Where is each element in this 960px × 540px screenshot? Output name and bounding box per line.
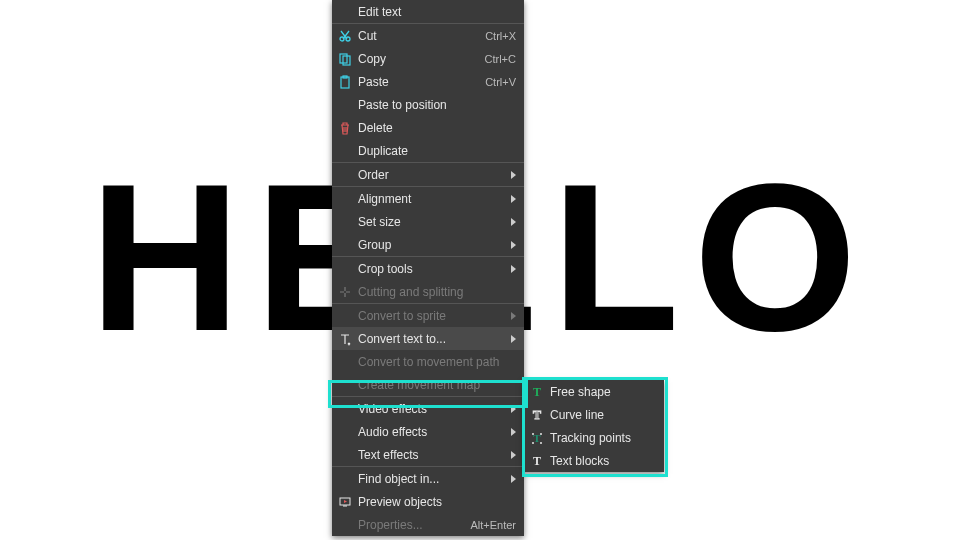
- menu-label: Properties...: [358, 518, 462, 532]
- svg-text:T: T: [533, 454, 541, 468]
- menu-label: Free shape: [550, 385, 656, 399]
- trash-icon: [332, 116, 358, 139]
- submenu-arrow-icon: [511, 475, 516, 483]
- menu-label: Set size: [358, 215, 505, 229]
- menu-label: Copy: [358, 52, 477, 66]
- menu-label: Edit text: [358, 5, 516, 19]
- menu-paste[interactable]: Paste Ctrl+V: [332, 70, 524, 93]
- blank-icon: [332, 187, 358, 210]
- submenu-arrow-icon: [511, 335, 516, 343]
- svg-rect-4: [341, 77, 349, 88]
- menu-label: Text blocks: [550, 454, 656, 468]
- menu-group[interactable]: Group: [332, 233, 524, 256]
- submenu-arrow-icon: [511, 218, 516, 226]
- menu-label: Crop tools: [358, 262, 505, 276]
- text-blocks-icon: T: [524, 449, 550, 472]
- menu-duplicate[interactable]: Duplicate: [332, 139, 524, 162]
- blank-icon: [332, 257, 358, 280]
- curve-line-icon: T: [524, 403, 550, 426]
- blank-icon: [332, 93, 358, 116]
- menu-shortcut: Ctrl+C: [477, 53, 516, 65]
- menu-label: Delete: [358, 121, 516, 135]
- menu-label: Convert text to...: [358, 332, 505, 346]
- split-icon: [332, 280, 358, 303]
- menu-label: Paste: [358, 75, 477, 89]
- submenu-tracking-points[interactable]: T Tracking points: [524, 426, 664, 449]
- menu-shortcut: Ctrl+X: [477, 30, 516, 42]
- submenu-arrow-icon: [511, 241, 516, 249]
- menu-set-size[interactable]: Set size: [332, 210, 524, 233]
- submenu-arrow-icon: [511, 451, 516, 459]
- scissors-icon: [332, 24, 358, 47]
- svg-text:T: T: [533, 408, 541, 422]
- blank-icon: [332, 397, 358, 420]
- blank-icon: [332, 350, 358, 373]
- svg-text:T: T: [533, 385, 541, 399]
- tracking-points-icon: T: [524, 426, 550, 449]
- menu-shortcut: Ctrl+V: [477, 76, 516, 88]
- submenu-free-shape[interactable]: T Free shape: [524, 380, 664, 403]
- menu-label: Duplicate: [358, 144, 516, 158]
- blank-icon: [332, 304, 358, 327]
- menu-video-effects[interactable]: Video effects: [332, 397, 524, 420]
- submenu-convert-text: T Free shape T Curve line T Tracking poi…: [524, 380, 664, 472]
- menu-text-effects[interactable]: Text effects: [332, 443, 524, 466]
- svg-marker-7: [344, 500, 347, 503]
- menu-delete[interactable]: Delete: [332, 116, 524, 139]
- svg-point-12: [540, 433, 542, 435]
- menu-label: Convert to sprite: [358, 309, 505, 323]
- menu-label: Curve line: [550, 408, 656, 422]
- menu-convert-text-to[interactable]: Convert text to...: [332, 327, 524, 350]
- paste-icon: [332, 70, 358, 93]
- menu-alignment[interactable]: Alignment: [332, 187, 524, 210]
- context-menu: Edit text Cut Ctrl+X Copy Ctrl+C Paste C…: [332, 0, 524, 536]
- submenu-text-blocks[interactable]: T Text blocks: [524, 449, 664, 472]
- menu-copy[interactable]: Copy Ctrl+C: [332, 47, 524, 70]
- menu-label: Create movement map: [358, 378, 516, 392]
- menu-cutting-splitting: Cutting and splitting: [332, 280, 524, 303]
- blank-icon: [332, 513, 358, 536]
- menu-paste-position[interactable]: Paste to position: [332, 93, 524, 116]
- menu-label: Preview objects: [358, 495, 516, 509]
- blank-icon: [332, 373, 358, 396]
- menu-label: Text effects: [358, 448, 505, 462]
- menu-label: Convert to movement path: [358, 355, 516, 369]
- menu-order[interactable]: Order: [332, 163, 524, 186]
- blank-icon: [332, 420, 358, 443]
- blank-icon: [332, 163, 358, 186]
- menu-crop-tools[interactable]: Crop tools: [332, 257, 524, 280]
- text-convert-icon: [332, 327, 358, 350]
- menu-label: Group: [358, 238, 505, 252]
- menu-cut[interactable]: Cut Ctrl+X: [332, 24, 524, 47]
- menu-find-object[interactable]: Find object in...: [332, 467, 524, 490]
- menu-label: Paste to position: [358, 98, 516, 112]
- submenu-curve-line[interactable]: T Curve line: [524, 403, 664, 426]
- menu-preview-objects[interactable]: Preview objects: [332, 490, 524, 513]
- svg-point-11: [532, 433, 534, 435]
- menu-create-movement-map: Create movement map: [332, 373, 524, 396]
- menu-label: Cutting and splitting: [358, 285, 516, 299]
- menu-label: Audio effects: [358, 425, 505, 439]
- menu-properties: Properties... Alt+Enter: [332, 513, 524, 536]
- submenu-arrow-icon: [511, 171, 516, 179]
- menu-audio-effects[interactable]: Audio effects: [332, 420, 524, 443]
- free-shape-icon: T: [524, 380, 550, 403]
- submenu-arrow-icon: [511, 405, 516, 413]
- submenu-arrow-icon: [511, 428, 516, 436]
- menu-label: Video effects: [358, 402, 505, 416]
- menu-edit-text[interactable]: Edit text: [332, 0, 524, 23]
- submenu-arrow-icon: [511, 312, 516, 320]
- blank-icon: [332, 443, 358, 466]
- menu-label: Order: [358, 168, 505, 182]
- menu-label: Find object in...: [358, 472, 505, 486]
- svg-point-14: [540, 442, 542, 444]
- svg-point-13: [532, 442, 534, 444]
- submenu-arrow-icon: [511, 195, 516, 203]
- blank-icon: [332, 210, 358, 233]
- preview-icon: [332, 490, 358, 513]
- menu-label: Tracking points: [550, 431, 656, 445]
- menu-label: Alignment: [358, 192, 505, 206]
- blank-icon: [332, 0, 358, 23]
- menu-convert-path: Convert to movement path: [332, 350, 524, 373]
- menu-shortcut: Alt+Enter: [462, 519, 516, 531]
